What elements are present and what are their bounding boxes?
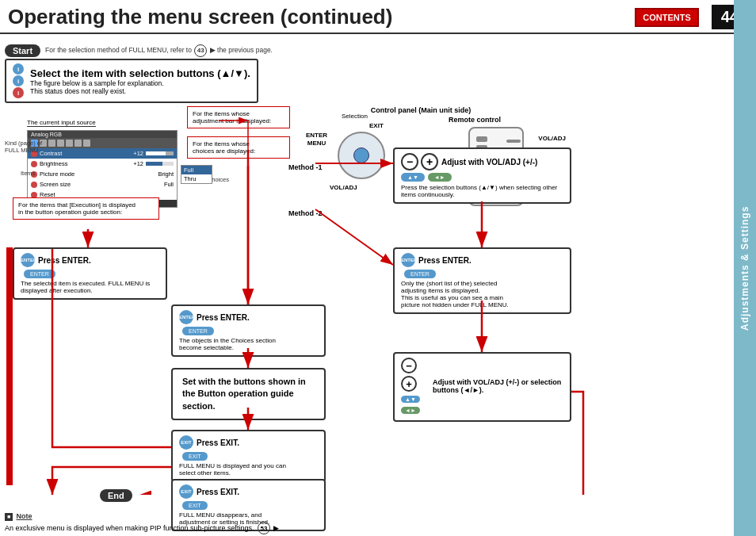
note-icon: ■ xyxy=(5,513,13,521)
voladj-oval-blue-1[interactable]: ▲▼ xyxy=(401,173,425,182)
callout-execution: For the items that [Execution] is displa… xyxy=(13,197,159,220)
svg-rect-6 xyxy=(6,247,13,485)
enter-oval-choices[interactable]: ENTER xyxy=(182,327,214,335)
voladj-title-1: Adjust with VOL/ADJ (+/-) xyxy=(441,158,537,167)
enter-oval-exec[interactable]: ENTER xyxy=(24,270,55,278)
start-note: For the selection method of FULL MENU, r… xyxy=(45,44,273,57)
note-section: ■ Note An exclusive menu is displayed wh… xyxy=(5,512,279,534)
minus-btn-2[interactable]: − xyxy=(401,358,417,373)
voladj-oval-green-2[interactable]: ◄► xyxy=(401,407,420,414)
end-badge: End xyxy=(100,489,132,502)
press-exit-1-title: Press EXIT. xyxy=(197,438,239,447)
control-panel-title: Control panel (Main unit side) xyxy=(298,106,544,114)
voladj-box-1: − + Adjust with VOL/ADJ (+/-) ▲▼ ◄► Pres… xyxy=(393,147,571,204)
plus-btn-2[interactable]: + xyxy=(401,376,417,392)
sidebar-label: Adjustments & Settings xyxy=(734,0,756,536)
cp-button-cluster xyxy=(338,132,385,179)
note-title: Note xyxy=(17,512,32,520)
minus-btn-1[interactable]: − xyxy=(401,153,418,170)
menu-row-brightness: Brightness +12 xyxy=(28,159,177,169)
cp-selection: Selection xyxy=(342,113,368,120)
cp-exit: EXIT xyxy=(369,122,384,129)
annotation-items: Items xyxy=(21,170,35,177)
menu-row-contrast: Contrast +12 xyxy=(28,148,177,159)
enter-icon-exec: ENTER xyxy=(21,253,35,267)
press-enter-choices-body: The objects in the Choices section becom… xyxy=(179,337,318,351)
rc-voladj: VOL/ADJ xyxy=(538,135,566,142)
choices-panel: Full Thru xyxy=(181,165,212,184)
voladj-oval-blue-2[interactable]: ▲▼ xyxy=(401,396,420,403)
end-badge-container: End xyxy=(100,489,132,502)
annotation-kind-page: Kind (page) ofFULL MENU xyxy=(5,140,42,154)
voladj-oval-green-1[interactable]: ◄► xyxy=(428,173,452,182)
callout-adj-bar: For the items whose adjustment bar is di… xyxy=(187,106,290,128)
main-instruction-line2: This status does not really exist. xyxy=(30,87,250,95)
set-with-buttons-title: Set with the buttons shown in the Button… xyxy=(182,376,315,412)
start-badge: Start xyxy=(5,44,40,57)
cp-voladj: VOL/ADJ xyxy=(330,184,357,191)
info-icon-1: i xyxy=(13,63,24,75)
page-title: Operating the menu screen (continued) xyxy=(8,5,635,29)
page-ref-43[interactable]: 43 xyxy=(194,44,207,57)
press-enter-exec-body: The selected item is executed. FULL MENU… xyxy=(21,280,159,294)
press-exit-1-box: EXIT Press EXIT. EXIT FULL MENU is displ… xyxy=(171,430,326,482)
info-icon-3: i xyxy=(13,87,24,98)
exit-oval-1[interactable]: EXIT xyxy=(182,452,208,461)
press-enter-choices-box: ENTER Press ENTER. ENTER The objects in … xyxy=(171,304,326,357)
enter-icon-adj: ENTER xyxy=(401,253,415,267)
enter-icon-choices: ENTER xyxy=(179,310,193,324)
press-enter-adj-box: ENTER Press ENTER. ENTER Only the (short… xyxy=(393,247,571,314)
voladj-sub-1: Press the selection buttons (▲/▼) when s… xyxy=(401,184,563,198)
annotation-current-input: The current input source xyxy=(27,119,96,126)
main-instruction-box: i i i Select the item with selection but… xyxy=(5,59,258,103)
press-enter-adj-title: Press ENTER. xyxy=(418,256,472,265)
press-enter-choices-title: Press ENTER. xyxy=(197,313,250,322)
press-enter-exec-title: Press ENTER. xyxy=(38,256,91,265)
set-with-buttons-box: Set with the buttons shown in the Button… xyxy=(171,368,326,420)
menu-row-screen-size: Screen size Full xyxy=(28,179,177,190)
enter-oval-adj[interactable]: ENTER xyxy=(404,270,436,278)
page-header: Operating the menu screen (continued) CO… xyxy=(0,0,756,34)
callout-choices: For the items whose choices are displaye… xyxy=(187,136,290,159)
menu-mockup: The current input source Analog RGB xyxy=(27,130,178,208)
exit-icon-final: EXIT xyxy=(179,484,193,499)
method-2-label: Method -2 xyxy=(288,209,323,217)
note-text: An exclusive menu is displayed when maki… xyxy=(5,522,279,534)
cp-enter-menu: ENTERMENU xyxy=(306,132,327,147)
plus-btn-1[interactable]: + xyxy=(421,153,438,170)
main-instruction-title: Select the item with selection buttons (… xyxy=(30,67,250,79)
method-1-label: Method -1 xyxy=(288,163,323,171)
svg-line-9 xyxy=(315,209,393,265)
info-icon-2: i xyxy=(13,75,24,86)
press-exit-1-body: FULL MENU is displayed and you can selec… xyxy=(179,462,318,477)
exit-oval-final[interactable]: EXIT xyxy=(182,501,208,510)
press-enter-exec-box: ENTER Press ENTER. ENTER The selected it… xyxy=(13,247,167,300)
menu-row-picture-mode: Picture mode Bright xyxy=(28,169,177,179)
contents-button[interactable]: CONTENTS xyxy=(635,8,699,27)
voladj-title-2: Adjust with VOL/ADJ (+/-) or selection b… xyxy=(433,378,563,394)
voladj-box-2: − + ▲▼ ◄► Adjust with VOL/ADJ (+/-) or s… xyxy=(393,352,571,422)
press-exit-final-title: Press EXIT. xyxy=(197,488,239,496)
exit-icon-1: EXIT xyxy=(179,435,193,450)
press-enter-adj-body: Only the (short list of the) selected ad… xyxy=(401,280,563,308)
page-ref-53[interactable]: 53 xyxy=(258,522,270,534)
main-instruction-line1: The figure below is a sample for explana… xyxy=(30,79,250,87)
remote-title: Remote control xyxy=(449,116,544,124)
